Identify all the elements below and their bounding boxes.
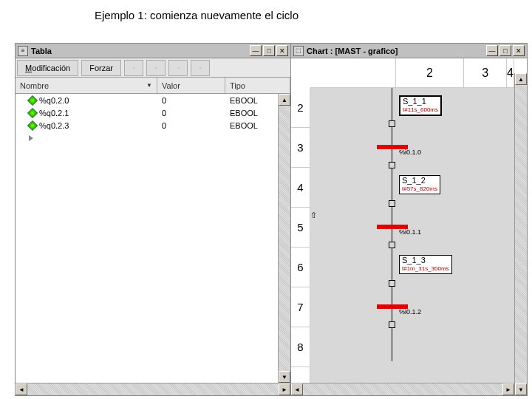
toolbar-icon-2[interactable] (146, 60, 166, 76)
chart-titlebar: ⬚ Chart : [MAST - grafico] — □ ✕ (291, 44, 527, 58)
toolbar-icon-4[interactable] (191, 60, 210, 76)
minimize-button[interactable]: — (250, 45, 262, 56)
header-tipo[interactable]: Tipo (225, 78, 290, 93)
chart-ruler-left: 2 3 4 5 6 7 8 (291, 88, 310, 383)
sfc-connector (389, 162, 395, 168)
tabla-body: %q0.2.0 0 EBOOL %q0.2.1 0 EBOOL %q0.2.3 … (16, 94, 290, 383)
forzar-button[interactable]: Forzar (81, 60, 121, 76)
scroll-right-icon[interactable]: ► (279, 383, 290, 395)
sfc-connector (389, 200, 395, 207)
scrollbar-horizontal[interactable]: ◄ ► (16, 383, 290, 395)
modificacion-button[interactable]: Modificación (17, 60, 78, 76)
scrollbar-vertical[interactable]: ▲ ▼ (514, 73, 527, 395)
chart-body: 2 3 4 2 3 4 5 6 7 8 S_1_1t#11s_600ms (291, 58, 527, 395)
header-nombre[interactable]: Nombre▼ (16, 78, 157, 93)
chart-icon: ⬚ (293, 46, 304, 56)
close-button[interactable]: ✕ (276, 45, 288, 56)
tabla-titlebar: ≡ Tabla — □ ✕ (16, 44, 290, 58)
scroll-down-icon[interactable]: ▼ (279, 371, 290, 383)
scroll-up-icon[interactable]: ▲ (279, 94, 290, 106)
scrollbar-horizontal[interactable]: ◄ ► (291, 383, 514, 395)
maximize-button[interactable]: □ (499, 45, 511, 56)
minimize-button[interactable]: — (486, 45, 498, 56)
chart-canvas[interactable]: S_1_1t#11s_600ms %i0.1.0 S_1_2t#57s_820m… (310, 88, 514, 383)
table-row[interactable]: %q0.2.3 0 EBOOL (16, 119, 290, 132)
status-icon (27, 95, 38, 105)
scrollbar-vertical[interactable]: ▲ ▼ (278, 94, 290, 383)
sfc-connector (389, 120, 395, 127)
table-row-empty[interactable] (16, 132, 290, 144)
tabla-title: Tabla (31, 47, 250, 55)
tabla-icon: ≡ (18, 46, 28, 56)
sfc-transition-label: %i0.1.2 (399, 308, 421, 316)
tabla-headers: Nombre▼ Valor Tipo (16, 78, 290, 94)
status-icon (27, 107, 38, 117)
sfc-connector (389, 321, 395, 328)
maximize-button[interactable]: □ (263, 45, 275, 56)
close-button[interactable]: ✕ (513, 45, 525, 56)
scroll-up-icon[interactable]: ▲ (515, 73, 527, 85)
scroll-left-icon[interactable]: ◄ (16, 383, 27, 395)
tabla-toolbar: Modificación Forzar (16, 58, 290, 78)
scroll-left-icon[interactable]: ◄ (291, 383, 303, 395)
page-title: Ejemplo 1: comienza nuevamente el ciclo (95, 9, 299, 21)
header-valor[interactable]: Valor (157, 78, 225, 93)
tabla-panel: ≡ Tabla — □ ✕ Modificación Forzar Nombre… (15, 43, 291, 396)
sfc-step[interactable]: S_1_3t#1m_31s_300ms (399, 255, 452, 274)
sfc-connector (389, 242, 395, 248)
chart-title: Chart : [MAST - grafico] (307, 47, 486, 55)
sfc-step[interactable]: S_1_2t#57s_820ms (399, 175, 440, 194)
sfc-transition-label: %i0.1.0 (399, 149, 421, 156)
chart-panel: ⬚ Chart : [MAST - grafico] — □ ✕ 2 3 4 2… (290, 43, 528, 396)
sfc-transition-label: %i0.1.1 (399, 228, 421, 236)
scroll-down-icon[interactable]: ▼ (515, 383, 527, 395)
scroll-right-icon[interactable]: ► (502, 383, 514, 395)
toolbar-icon-1[interactable] (124, 60, 143, 76)
sort-icon: ▼ (146, 82, 152, 89)
table-row[interactable]: %q0.2.1 0 EBOOL (16, 106, 290, 119)
expand-icon (29, 135, 33, 141)
chart-ruler-top: 2 3 4 (310, 58, 514, 88)
sfc-connector (389, 280, 395, 287)
status-icon (27, 120, 38, 130)
table-row[interactable]: %q0.2.0 0 EBOOL (16, 94, 290, 106)
up-arrow-icon: ⇧ (310, 211, 317, 220)
sfc-step[interactable]: S_1_1t#11s_600ms (399, 95, 442, 116)
toolbar-icon-3[interactable] (168, 60, 188, 76)
